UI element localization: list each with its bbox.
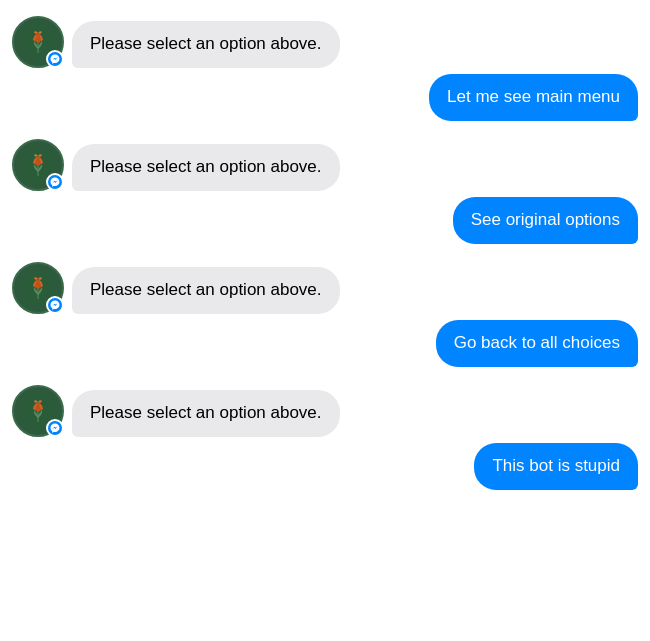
user-message-text-2: See original options [471, 210, 620, 229]
messenger-badge [46, 50, 64, 68]
message-row-user2: See original options [12, 197, 638, 244]
bot-avatar-2 [12, 139, 64, 191]
bot-message-text-2: Please select an option above. [90, 157, 322, 176]
message-row-bot3: Please select an option above. [12, 262, 638, 314]
messenger-badge-4 [46, 419, 64, 437]
bot-message-text: Please select an option above. [90, 34, 322, 53]
user-message-bubble-3: Go back to all choices [436, 320, 638, 367]
user-message-bubble-4: This bot is stupid [474, 443, 638, 490]
bot-message-bubble-4: Please select an option above. [72, 390, 340, 437]
user-message-text-4: This bot is stupid [492, 456, 620, 475]
bot-message-bubble-2: Please select an option above. [72, 144, 340, 191]
user-message-bubble: Let me see main menu [429, 74, 638, 121]
user-message-bubble-2: See original options [453, 197, 638, 244]
user-message-text: Let me see main menu [447, 87, 620, 106]
bot-message-bubble: Please select an option above. [72, 21, 340, 68]
message-row-user4: This bot is stupid [12, 443, 638, 490]
messenger-badge-2 [46, 173, 64, 191]
message-row-bot2: Please select an option above. [12, 139, 638, 191]
message-row-user3: Go back to all choices [12, 320, 638, 367]
bot-message-text-3: Please select an option above. [90, 280, 322, 299]
user-message-text-3: Go back to all choices [454, 333, 620, 352]
message-row-user1: Let me see main menu [12, 74, 638, 121]
bot-message-text-4: Please select an option above. [90, 403, 322, 422]
message-row-bot4: Please select an option above. [12, 385, 638, 437]
bot-message-bubble-3: Please select an option above. [72, 267, 340, 314]
messenger-badge-3 [46, 296, 64, 314]
bot-avatar-3 [12, 262, 64, 314]
message-row-bot1: Please select an option above. [12, 16, 638, 68]
bot-avatar-4 [12, 385, 64, 437]
bot-avatar [12, 16, 64, 68]
